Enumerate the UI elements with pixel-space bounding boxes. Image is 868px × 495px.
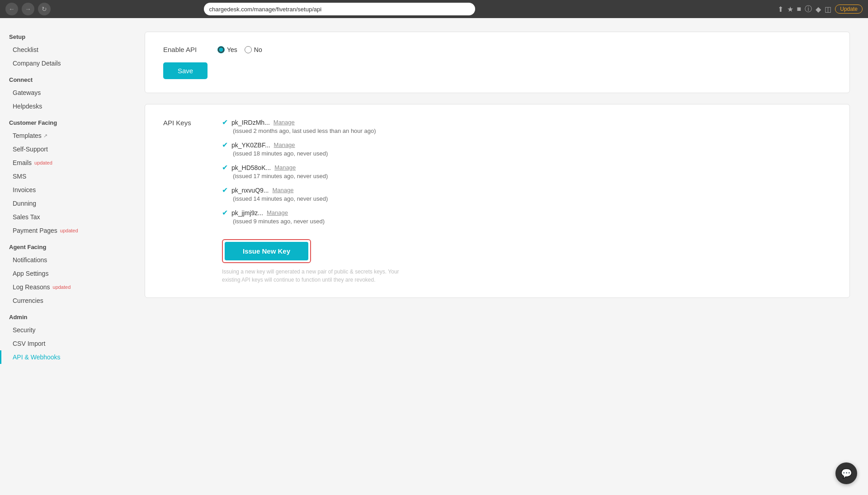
sidebar-item-payment-pages[interactable]: Payment Pages updated [0, 224, 127, 237]
back-button[interactable]: ← [5, 3, 18, 15]
company-details-label: Company Details [13, 60, 61, 67]
issue-new-key-button[interactable]: Issue New Key [225, 242, 308, 260]
url-text: chargedesk.com/manage/fivetran/setup/api [209, 6, 322, 13]
share-icon[interactable]: ⬆ [778, 5, 783, 14]
sidebar-item-log-reasons[interactable]: Log Reasons updated [0, 280, 127, 294]
no-radio-input[interactable] [245, 46, 252, 53]
api-key-line-2: ✔ pk_YK0ZBF... Manage [222, 141, 831, 149]
self-support-label: Self-Support [13, 146, 48, 153]
sidebar-item-templates[interactable]: Templates ↗ [0, 129, 127, 142]
puzzle-icon[interactable]: ◆ [816, 5, 821, 14]
manage-link-5[interactable]: Manage [267, 209, 288, 216]
api-key-meta-4: (issued 14 minutes ago, never used) [233, 195, 831, 202]
page-layout: Setup Checklist Company Details Connect … [0, 18, 868, 495]
no-label: No [254, 46, 262, 53]
yes-label: Yes [227, 46, 237, 53]
enable-api-radio-group: Yes No [217, 46, 262, 53]
chat-bubble[interactable]: 💬 [835, 462, 857, 484]
sidebar-item-checklist[interactable]: Checklist [0, 43, 127, 57]
payment-pages-label: Payment Pages [13, 227, 57, 234]
sidebar-item-company-details[interactable]: Company Details [0, 57, 127, 70]
refresh-button[interactable]: ↻ [38, 3, 51, 15]
sidebar-item-api-webhooks[interactable]: API & Webhooks [0, 350, 127, 364]
csv-import-label: CSV Import [13, 340, 45, 347]
check-icon-2: ✔ [222, 141, 228, 149]
yes-radio-input[interactable] [217, 46, 225, 53]
admin-section-header: Admin [0, 307, 127, 323]
api-keys-row: API Keys ✔ pk_IRDzMh... Manage (issued 2… [163, 118, 831, 284]
check-icon-5: ✔ [222, 208, 228, 217]
gateways-label: Gateways [13, 89, 41, 96]
issue-key-button-wrapper: Issue New Key [222, 239, 311, 263]
manage-link-3[interactable]: Manage [274, 164, 296, 171]
sidebar-item-dunning[interactable]: Dunning [0, 197, 127, 210]
sms-label: SMS [13, 173, 26, 180]
sidebar-item-self-support[interactable]: Self-Support [0, 142, 127, 156]
api-key-name-2: pk_YK0ZBF... [231, 141, 270, 149]
check-icon-1: ✔ [222, 118, 228, 127]
main-content: Enable API Yes No Save API Keys [127, 18, 868, 495]
manage-link-4[interactable]: Manage [273, 187, 294, 193]
api-key-entry-4: ✔ pk_nxvuQ9... Manage (issued 14 minutes… [222, 186, 831, 202]
connect-section-header: Connect [0, 70, 127, 86]
sidebar-item-helpdesks[interactable]: Helpdesks [0, 99, 127, 113]
sidebar-item-notifications[interactable]: Notifications [0, 253, 127, 267]
sidebar-item-invoices[interactable]: Invoices [0, 183, 127, 197]
log-reasons-updated-badge: updated [53, 284, 71, 290]
emails-label: Emails [13, 159, 32, 166]
no-radio-option[interactable]: No [245, 46, 262, 53]
info-icon[interactable]: ⓘ [805, 5, 812, 14]
yes-radio-option[interactable]: Yes [217, 46, 237, 53]
sidebar-item-sms[interactable]: SMS [0, 170, 127, 183]
save-button[interactable]: Save [163, 62, 208, 79]
checklist-label: Checklist [13, 46, 38, 53]
app-settings-label: App Settings [13, 270, 48, 277]
update-button[interactable]: Update [835, 5, 863, 14]
sidebar-item-security[interactable]: Security [0, 323, 127, 337]
security-label: Security [13, 326, 36, 334]
api-key-meta-1: (issued 2 months ago, last used less tha… [233, 127, 831, 134]
chat-icon: 💬 [841, 468, 852, 479]
api-key-meta-5: (issued 9 minutes ago, never used) [233, 218, 831, 225]
sidebar-item-app-settings[interactable]: App Settings [0, 267, 127, 280]
api-key-entry-5: ✔ pk_jjmj9z... Manage (issued 9 minutes … [222, 208, 831, 225]
api-keys-card: API Keys ✔ pk_IRDzMh... Manage (issued 2… [145, 104, 850, 298]
api-key-line-4: ✔ pk_nxvuQ9... Manage [222, 186, 831, 194]
extension-icon[interactable]: ■ [797, 5, 802, 13]
check-icon-3: ✔ [222, 163, 228, 172]
sidebar-item-gateways[interactable]: Gateways [0, 86, 127, 99]
helpdesks-label: Helpdesks [13, 103, 42, 110]
api-key-meta-3: (issued 17 minutes ago, never used) [233, 173, 831, 179]
sidebar-icon[interactable]: ◫ [825, 5, 831, 14]
sidebar-item-csv-import[interactable]: CSV Import [0, 337, 127, 350]
api-key-line-3: ✔ pk_HD58oK... Manage [222, 163, 831, 172]
issue-key-note: Issuing a new key will generated a new p… [222, 268, 412, 284]
api-key-meta-2: (issued 18 minutes ago, never used) [233, 150, 831, 157]
sidebar: Setup Checklist Company Details Connect … [0, 18, 127, 495]
api-key-name-5: pk_jjmj9z... [231, 209, 263, 217]
manage-link-2[interactable]: Manage [274, 141, 295, 148]
api-key-entry-2: ✔ pk_YK0ZBF... Manage (issued 18 minutes… [222, 141, 831, 157]
enable-api-card: Enable API Yes No Save [145, 32, 850, 93]
api-keys-list: ✔ pk_IRDzMh... Manage (issued 2 months a… [222, 118, 831, 284]
sidebar-item-emails[interactable]: Emails updated [0, 156, 127, 170]
api-keys-label: API Keys [163, 118, 208, 284]
dunning-label: Dunning [13, 200, 36, 207]
manage-link-1[interactable]: Manage [274, 119, 295, 126]
enable-api-row: Enable API Yes No [163, 46, 831, 53]
log-reasons-label: Log Reasons [13, 283, 50, 291]
api-key-entry-1: ✔ pk_IRDzMh... Manage (issued 2 months a… [222, 118, 831, 134]
notifications-label: Notifications [13, 256, 47, 264]
templates-label: Templates [13, 132, 42, 139]
external-link-icon: ↗ [43, 133, 47, 139]
agent-facing-section-header: Agent Facing [0, 237, 127, 253]
sidebar-item-currencies[interactable]: Currencies [0, 294, 127, 307]
star-icon[interactable]: ★ [787, 5, 793, 14]
api-key-name-1: pk_IRDzMh... [231, 119, 270, 126]
invoices-label: Invoices [13, 186, 36, 193]
api-key-entry-3: ✔ pk_HD58oK... Manage (issued 17 minutes… [222, 163, 831, 179]
forward-button[interactable]: → [22, 3, 34, 15]
api-key-name-4: pk_nxvuQ9... [231, 187, 269, 194]
address-bar[interactable]: chargedesk.com/manage/fivetran/setup/api [204, 3, 475, 15]
sidebar-item-sales-tax[interactable]: Sales Tax [0, 210, 127, 224]
